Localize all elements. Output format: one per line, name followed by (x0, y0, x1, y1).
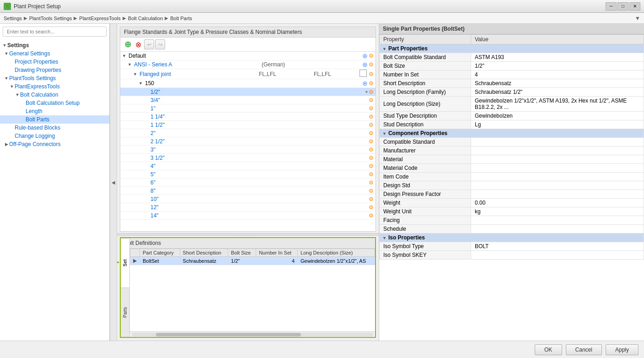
general-settings-label[interactable]: General Settings (9, 50, 107, 57)
sidebar-item-general-settings[interactable]: ▼ General Settings (0, 49, 109, 58)
table-row[interactable]: Weight0.00 (380, 199, 644, 207)
prop-value[interactable]: 4 (471, 71, 644, 79)
prop-value[interactable] (471, 138, 644, 146)
table-row[interactable]: Long Description (Size)Gewindebolzen 1/2… (380, 97, 644, 112)
gear-8-icon[interactable]: ⚙ (369, 188, 374, 194)
prop-value[interactable]: 0.00 (471, 199, 644, 207)
table-row[interactable]: Long Description (Family)Schraubensatz 1… (380, 88, 644, 97)
tree-row-flanged[interactable]: ▼ Flanged joint FL,LFL FL,LFL ⚙ (120, 69, 376, 79)
table-row[interactable]: Bolt Size1/2" (380, 62, 644, 71)
expand-cell[interactable]: ▶ (130, 257, 140, 265)
section-toggle-icon[interactable]: ▼ (382, 47, 386, 51)
prop-value[interactable] (471, 146, 644, 155)
search-input[interactable] (3, 27, 107, 37)
sidebar-item-bolt-parts[interactable]: Bolt Parts (0, 115, 109, 124)
table-row[interactable]: Item Code (380, 173, 644, 181)
gear-4-icon[interactable]: ⚙ (369, 163, 374, 169)
tree-row-12[interactable]: 12"⚙ (120, 203, 376, 212)
breadcrumb-bolt-calc[interactable]: Bolt Calculation (128, 16, 163, 21)
breadcrumb-bolt-parts[interactable]: Bolt Parts (170, 16, 192, 21)
remove-button[interactable]: ⊗ (133, 39, 143, 49)
prop-value[interactable]: Schraubensatz (471, 79, 644, 88)
tree-row-5[interactable]: 5"⚙ (120, 170, 376, 179)
table-row[interactable]: Schedule (380, 225, 644, 233)
table-row[interactable]: Weight Unitkg (380, 207, 644, 216)
gear-default-icon[interactable]: ⚙ (369, 53, 374, 59)
gear-2-1-2-icon[interactable]: ⚙ (369, 138, 374, 145)
prop-value[interactable] (471, 181, 644, 190)
tree-row-2[interactable]: 2"⚙ (120, 129, 376, 137)
plantexpress-label[interactable]: PlantExpressTools (15, 83, 107, 90)
table-row[interactable]: Compatible Standard (380, 138, 644, 146)
prop-value[interactable]: Schraubensatz 1/2" (471, 88, 644, 97)
prop-value[interactable]: BOLT (471, 242, 644, 251)
maximize-button[interactable]: □ (617, 2, 628, 11)
minimize-button[interactable]: ─ (606, 2, 617, 11)
add-150-icon[interactable]: ⊕ (362, 80, 368, 87)
cancel-button[interactable]: Cancel (566, 344, 602, 355)
sidebar-item-project-properties[interactable]: Project Properties (0, 58, 109, 66)
sidebar-item-bolt-calc[interactable]: ▼ Bolt Calculation (0, 91, 109, 99)
tree-row-6[interactable]: 6"⚙ (120, 179, 376, 187)
table-row[interactable]: Facing (380, 216, 644, 225)
drawing-properties-label[interactable]: Drawing Properties (15, 67, 107, 73)
gear-10-icon[interactable]: ⚙ (369, 196, 374, 202)
table-row[interactable]: Material Code (380, 164, 644, 173)
gear-1-1-4-icon[interactable]: ⚙ (369, 114, 374, 120)
tree-row-1-1-4[interactable]: 1 1/4"⚙ (120, 113, 376, 121)
change-logging-label[interactable]: Change Logging (15, 133, 107, 139)
breadcrumb-plantexpress[interactable]: PlantExpressTools (79, 16, 121, 21)
half-dropdown[interactable]: ▼ (365, 90, 369, 94)
gear-ansi-icon[interactable]: ⚙ (369, 61, 374, 68)
ok-button[interactable]: OK (535, 344, 562, 355)
tree-row-8[interactable]: 8"⚙ (120, 187, 376, 195)
toggle-bolt-calc[interactable]: ▼ (15, 92, 20, 98)
sidebar-item-settings[interactable]: ▼ Settings (0, 41, 109, 49)
breadcrumb-dropdown[interactable]: ▼ (635, 15, 640, 22)
close-button[interactable]: ✕ (629, 2, 640, 11)
prop-value[interactable] (471, 164, 644, 173)
section-toggle-icon[interactable]: ▼ (382, 131, 386, 136)
sidebar-item-off-page[interactable]: ▶ Off-Page Connectors (0, 140, 109, 148)
tree-row-4[interactable]: 4"⚙ (120, 162, 376, 170)
table-row[interactable]: Bolt Compatible StandardASTM A193 (380, 53, 644, 62)
prop-value[interactable] (471, 190, 644, 199)
tree-row-default[interactable]: ▼ Default ⊕ ⚙ (120, 52, 376, 60)
sidebar-item-rule-blocks[interactable]: Rule-based Blocks (0, 124, 109, 132)
table-row[interactable]: Stud DescriptionLg (380, 120, 644, 129)
prop-value[interactable] (471, 173, 644, 181)
table-row[interactable]: Stud Type DescriptionGewindebolzen (380, 112, 644, 120)
project-properties-label[interactable]: Project Properties (15, 59, 107, 65)
add-button[interactable]: ⊕ (123, 39, 132, 49)
prop-value[interactable]: Gewindebolzen 1/2"x1/2", ASTM A193, 2x H… (471, 97, 644, 112)
bolt-calc-label[interactable]: Bolt Calculation (20, 92, 107, 98)
prop-value[interactable]: Gewindebolzen (471, 112, 644, 120)
breadcrumb-planttools[interactable]: PlantTools Settings (29, 16, 72, 21)
sidebar-item-drawing-properties[interactable]: Drawing Properties (0, 66, 109, 74)
tree-row-3-4[interactable]: 3/4"⚙ (120, 96, 376, 104)
length-label[interactable]: Length (26, 108, 107, 114)
sidebar-item-length[interactable]: Length (0, 107, 109, 115)
gear-6-icon[interactable]: ⚙ (369, 179, 374, 186)
tree-row-half[interactable]: 1/2" ▼ ⚙ (120, 88, 376, 96)
gear-3-icon[interactable]: ⚙ (369, 146, 374, 153)
sidebar-item-planttools[interactable]: ▼ PlantTools Settings (0, 74, 109, 82)
prop-value[interactable] (471, 216, 644, 225)
horizontal-scrollbar[interactable] (130, 331, 375, 337)
prop-value[interactable]: Lg (471, 120, 644, 129)
gear-1-icon[interactable]: ⚙ (369, 105, 374, 112)
rule-blocks-label[interactable]: Rule-based Blocks (15, 125, 107, 131)
table-row[interactable]: ▶ BoltSet Schraubensatz 1/2" 4 Gewindebo… (130, 257, 375, 265)
table-row[interactable]: Material (380, 155, 644, 164)
gear-flanged-icon[interactable]: ⚙ (369, 71, 374, 77)
table-row[interactable]: Design Std (380, 181, 644, 190)
apply-button[interactable]: Apply (606, 344, 639, 355)
sidebar-collapse-button[interactable]: ◀ (110, 24, 117, 341)
table-row[interactable]: Short DescriptionSchraubensatz (380, 79, 644, 88)
horizontal-splitter[interactable]: · · · · · (117, 233, 379, 236)
sidebar-item-bolt-calc-setup[interactable]: Bolt Calculation Setup (0, 99, 109, 107)
table-row[interactable]: Iso Symbol TypeBOLT (380, 242, 644, 251)
tree-row-150[interactable]: ▼ 150 ⊕ ⚙ (120, 79, 376, 88)
sidebar-item-change-logging[interactable]: Change Logging (0, 132, 109, 140)
add-ansi-icon[interactable]: ⊕ (362, 61, 368, 68)
